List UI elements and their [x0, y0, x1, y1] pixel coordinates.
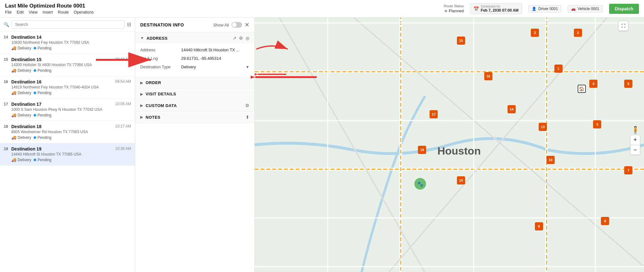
map-marker-13[interactable]: 13	[539, 123, 547, 131]
stop-type: 🚚 Delivery	[11, 157, 31, 162]
stop-item[interactable]: 18 Destination 18 10:17 AM 8605 Westheim…	[0, 121, 135, 143]
map-marker-4[interactable]: 4	[589, 80, 597, 88]
notes-upload-icon[interactable]: ⬆	[246, 115, 249, 120]
address-section-header-left: ▼ ADDRESS	[140, 36, 168, 41]
map-marker-home[interactable]: 🏠	[578, 85, 586, 93]
map-marker-8[interactable]: 8	[601, 217, 609, 225]
map-marker-5[interactable]: 5	[593, 120, 601, 128]
map-marker-18[interactable]: 18	[418, 146, 426, 154]
notes-section-header[interactable]: ▶ NOTES ⬆	[135, 111, 254, 123]
stop-name: Destination 16	[11, 79, 42, 84]
map-marker-14[interactable]: 14	[508, 105, 516, 113]
custom-data-section-title: CUSTOM DATA	[146, 103, 177, 108]
address-field-label: Address	[140, 48, 181, 52]
zoom-out-button[interactable]: −	[630, 145, 640, 155]
pending-dot	[34, 136, 36, 139]
menu-file[interactable]: File	[5, 10, 12, 14]
custom-data-section-header[interactable]: ▶ CUSTOM DATA ⚙	[135, 100, 254, 111]
map-marker-19[interactable]: 19	[457, 176, 465, 184]
address-section-body: Address 14440 Hillcroft St Houston TX ..…	[135, 44, 254, 77]
map-panel[interactable]: Houston 🐾 Google 15231461417135181610798…	[255, 18, 644, 272]
map-marker-7[interactable]: 7	[624, 166, 632, 174]
stop-address: 14919 Northwest Fwy Houston TX 77040-402…	[11, 85, 131, 89]
menu-view[interactable]: View	[29, 10, 37, 14]
map-marker-16[interactable]: 16	[484, 72, 492, 80]
filter-icon[interactable]: ⊟	[127, 21, 131, 27]
order-section-header[interactable]: ▶ ORDER	[135, 77, 254, 88]
vehicle-block[interactable]: 🚗 Vehicle 0001	[568, 5, 603, 13]
address-section-header[interactable]: ▼ ADDRESS ↗ ⚙ ◎	[135, 32, 254, 44]
map-markers-container: 1523146141713518161079819🏠	[255, 18, 644, 272]
pending-dot	[34, 47, 36, 49]
order-section-title: ORDER	[146, 80, 161, 85]
menu-edit[interactable]: Edit	[17, 10, 24, 14]
stop-status-label: Pending	[37, 46, 51, 50]
menu-route[interactable]: Route	[58, 10, 69, 14]
stop-time: 10:05 AM	[115, 102, 131, 106]
notes-header-left: ▶ NOTES	[140, 115, 160, 120]
stop-type-label: Delivery	[18, 46, 31, 50]
notes-chevron-icon: ▶	[140, 115, 143, 119]
stop-status-label: Pending	[37, 158, 51, 162]
driver-block[interactable]: 👤 Driver 0001	[528, 5, 561, 13]
custom-data-chevron-icon: ▶	[140, 103, 143, 108]
stop-item[interactable]: 14 Destination 14 10830 Northwest Fwy Ho…	[0, 31, 135, 54]
stop-name: Destination 15	[11, 57, 42, 62]
desttype-field-value[interactable]: Delivery ▼	[181, 65, 249, 69]
fullscreen-button[interactable]: ⛶	[618, 21, 628, 31]
map-marker-10[interactable]: 10	[547, 156, 555, 164]
stop-status: Pending	[34, 135, 51, 140]
top-bar-left: Last Mile Optimized Route 0001 File Edit…	[5, 3, 94, 14]
stop-status: Pending	[34, 113, 51, 117]
desttype-value-text: Delivery	[181, 65, 196, 69]
dispatch-button[interactable]: Dispatch	[609, 4, 639, 14]
show-all-label: Show All	[213, 23, 229, 27]
visit-details-section-header[interactable]: ▶ VISIT DETAILS	[135, 88, 254, 99]
address-settings-icon[interactable]: ⚙	[239, 36, 243, 41]
zoom-in-button[interactable]: +	[630, 135, 640, 145]
map-marker-15[interactable]: 15	[457, 37, 465, 45]
scheduled-text: Scheduled for Feb 7, 2030 07:00 AM	[481, 5, 519, 13]
stop-type: 🚚 Delivery	[11, 68, 31, 73]
vehicle-icon: 🚗	[571, 7, 576, 11]
order-section: ▶ ORDER	[135, 77, 254, 88]
stop-item[interactable]: 19 Destination 19 10:36 AM 14440 Hillcro…	[0, 143, 135, 166]
menu-operations[interactable]: Operations	[74, 10, 94, 14]
menu-insert[interactable]: Insert	[42, 10, 53, 14]
latlng-field-label: Lat & Lng	[140, 56, 181, 61]
stop-type: 🚚 Delivery	[11, 135, 31, 140]
show-all-toggle[interactable]	[231, 22, 242, 28]
stop-type-label: Delivery	[18, 158, 31, 162]
map-marker-2[interactable]: 2	[531, 29, 539, 37]
truck-icon: 🚚	[11, 46, 16, 50]
search-input[interactable]	[12, 20, 125, 29]
stop-name: Destination 17	[11, 102, 42, 107]
truck-icon: 🚚	[11, 68, 16, 73]
custom-data-section: ▶ CUSTOM DATA ⚙	[135, 100, 254, 111]
pegman-icon[interactable]: 🧍	[631, 126, 640, 134]
close-button[interactable]: ✕	[245, 21, 249, 28]
custom-data-settings-icon[interactable]: ⚙	[245, 103, 249, 108]
latlng-field-row: Lat & Lng 29.61731, -95.495314	[140, 56, 249, 61]
map-marker-17[interactable]: 17	[430, 110, 438, 118]
address-section-title: ADDRESS	[147, 36, 168, 41]
stop-time: 10:17 AM	[115, 124, 131, 128]
visit-details-section-title: VISIT DETAILS	[146, 92, 176, 96]
notes-section: ▶ NOTES ⬆	[135, 111, 254, 123]
map-marker-9[interactable]: 9	[535, 222, 543, 230]
vehicle-label: Vehicle 0001	[578, 7, 599, 11]
map-marker-3[interactable]: 3	[574, 29, 582, 37]
stop-item[interactable]: 17 Destination 17 10:05 AM 1000 S Sam Ho…	[0, 99, 135, 121]
address-external-link-icon[interactable]: ↗	[233, 36, 236, 41]
route-status-block: Route Status Planned	[444, 4, 464, 13]
stop-item[interactable]: 15 Destination 15 09:41 AM 14300 Hollist…	[0, 54, 135, 76]
stop-num: 16	[4, 80, 9, 84]
map-marker-6[interactable]: 6	[624, 80, 632, 88]
address-location-icon[interactable]: ◎	[246, 36, 249, 41]
visit-details-section: ▶ VISIT DETAILS	[135, 88, 254, 100]
stop-item[interactable]: 16 Destination 16 09:54 AM 14919 Northwe…	[0, 76, 135, 99]
map-marker-1[interactable]: 1	[554, 65, 563, 73]
dest-info-title: DESTINATION INFO	[140, 22, 184, 27]
route-status-label: Route Status	[444, 4, 464, 8]
scheduled-block: 📅 Scheduled for Feb 7, 2030 07:00 AM	[470, 3, 522, 14]
